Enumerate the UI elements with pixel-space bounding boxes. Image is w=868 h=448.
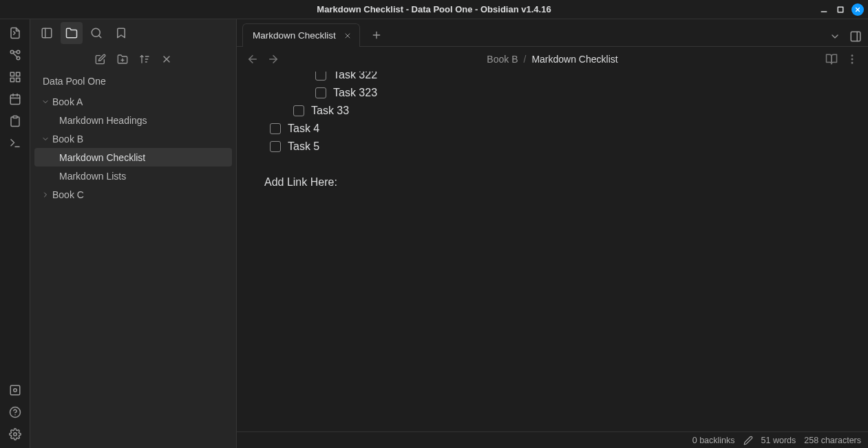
left-sidebar: Data Pool One Book A Markdown Headings B… [30,19,237,448]
folder-label: Book B [52,134,83,145]
checkbox[interactable] [270,123,281,134]
breadcrumb-current[interactable]: Markdown Checklist [531,54,617,65]
folder-label: Book C [52,189,84,200]
view-actions [825,53,858,65]
status-words[interactable]: 51 words [761,436,796,445]
file-markdown-lists[interactable]: Markdown Lists [34,167,232,185]
quick-switcher-icon[interactable] [8,26,22,40]
new-note-icon[interactable] [94,53,107,65]
folder-book-a[interactable]: Book A [34,92,232,111]
svg-rect-40 [851,32,860,41]
file-markdown-headings[interactable]: Markdown Headings [34,111,232,129]
svg-rect-17 [13,116,17,118]
svg-point-45 [851,58,853,60]
folder-book-c[interactable]: Book C [34,185,232,204]
status-chars[interactable]: 258 characters [804,436,861,445]
chevron-down-icon [40,98,51,106]
checkbox[interactable] [315,87,326,98]
explorer-actions [30,47,236,72]
link-prompt-text[interactable]: Add Link Here: [264,176,840,189]
svg-rect-13 [10,95,20,105]
file-explorer-tab[interactable] [61,22,83,44]
folder-label: Book A [52,96,83,107]
collapse-all-icon[interactable] [160,53,173,65]
content-area: Markdown Checklist Book B / Markdown Che… [237,19,868,448]
task-label[interactable]: Task 5 [288,138,319,156]
reading-view-icon[interactable] [825,53,838,65]
checkbox[interactable] [270,141,281,152]
task-item: Task 5 [264,138,840,156]
svg-rect-19 [10,385,20,395]
file-markdown-checklist[interactable]: Markdown Checklist [34,148,232,167]
main: Data Pool One Book A Markdown Headings B… [0,19,868,448]
minimize-button[interactable] [818,4,829,15]
folder-book-b[interactable]: Book B [34,129,232,148]
status-backlinks[interactable]: 0 backlinks [692,436,735,445]
maximize-button[interactable] [835,4,846,15]
expand-right-sidebar-icon[interactable] [849,30,862,43]
checkbox[interactable] [315,72,326,81]
more-options-icon[interactable] [846,53,858,65]
svg-line-27 [98,35,100,37]
daily-note-icon[interactable] [8,92,22,106]
file-label: Markdown Lists [59,171,126,182]
task-label[interactable]: Task 33 [311,102,349,120]
chevron-right-icon [40,191,51,199]
edit-icon[interactable] [743,436,753,445]
command-palette-icon[interactable] [8,136,22,150]
sidebar-tabs [30,19,236,47]
svg-point-44 [851,55,853,56]
file-label: Markdown Headings [59,115,147,126]
svg-rect-12 [16,78,19,82]
editor[interactable]: Task 322 Task 323 Task 33 Task 4 Task 5 … [237,72,868,431]
sort-icon[interactable] [138,53,151,65]
nav-buttons [246,53,279,65]
tab-bar-right [828,30,862,43]
task-label[interactable]: Task 323 [333,84,377,102]
nav-back-icon[interactable] [246,53,259,65]
templates-icon[interactable] [8,114,22,128]
search-tab[interactable] [85,22,107,44]
ribbon [0,19,30,448]
settings-icon[interactable] [8,427,22,441]
vault-icon[interactable] [8,383,22,397]
nav-forward-icon[interactable] [267,53,279,65]
svg-point-20 [13,389,17,392]
task-item: Task 4 [264,120,840,138]
svg-line-7 [13,53,17,57]
new-tab-button[interactable] [367,25,386,45]
file-label: Markdown Checklist [59,152,145,163]
svg-rect-9 [10,72,14,76]
help-icon[interactable] [8,405,22,419]
close-tab-icon[interactable] [343,31,352,41]
tab-dropdown-icon[interactable] [828,30,842,43]
breadcrumb-bar: Book B / Markdown Checklist [237,47,868,72]
breadcrumb: Book B / Markdown Checklist [279,54,825,65]
task-label[interactable]: Task 322 [333,72,377,84]
chevron-down-icon [40,135,51,143]
titlebar: Markdown Checklist - Data Pool One - Obs… [0,0,868,19]
svg-point-23 [13,433,17,436]
file-tree: Book A Markdown Headings Book B Markdown… [30,92,236,448]
window-title: Markdown Checklist - Data Pool One - Obs… [317,4,551,14]
svg-rect-24 [42,28,52,38]
checkbox[interactable] [293,105,304,116]
close-button[interactable] [851,3,864,16]
svg-rect-1 [838,7,843,12]
tab-label: Markdown Checklist [253,30,336,41]
breadcrumb-parent[interactable]: Book B [487,54,518,65]
collapse-sidebar-button[interactable] [36,22,58,44]
tab-markdown-checklist[interactable]: Markdown Checklist [242,23,360,47]
bookmarks-tab[interactable] [110,22,132,44]
tab-bar: Markdown Checklist [237,19,868,47]
task-item: Task 322 [264,72,840,84]
vault-name[interactable]: Data Pool One [30,72,236,92]
status-bar: 0 backlinks 51 words 258 characters [237,431,868,448]
graph-view-icon[interactable] [8,48,22,62]
window-controls [818,3,864,16]
breadcrumb-separator: / [523,54,526,65]
svg-point-46 [851,63,853,64]
new-folder-icon[interactable] [116,53,129,65]
canvas-icon[interactable] [8,70,22,84]
task-label[interactable]: Task 4 [288,120,319,138]
